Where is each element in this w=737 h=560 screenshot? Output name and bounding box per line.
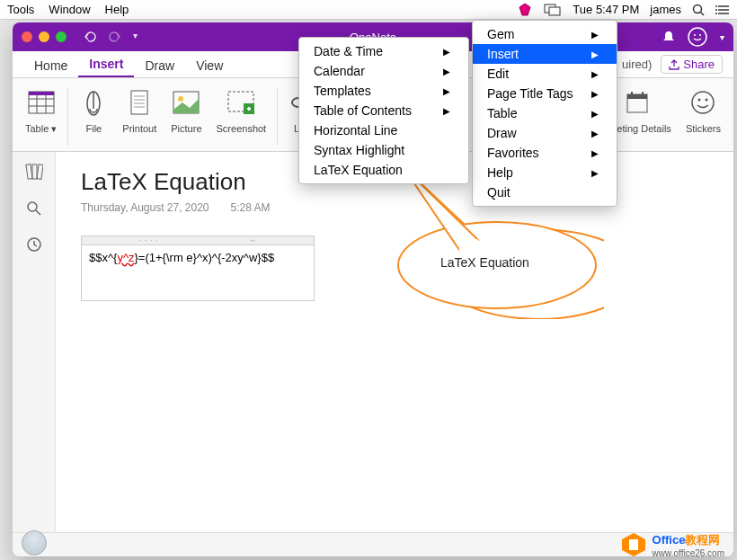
office-logo-icon xyxy=(620,531,647,556)
submenu-toc[interactable]: Table of Contents▶ xyxy=(299,101,468,120)
display-icon[interactable] xyxy=(544,4,562,16)
tab-draw[interactable]: Draw xyxy=(134,53,185,77)
svg-point-27 xyxy=(178,96,183,102)
svg-rect-48 xyxy=(629,539,638,550)
svg-rect-42 xyxy=(32,164,37,179)
svg-marker-0 xyxy=(519,4,530,15)
gem-menu-help[interactable]: Help▶ xyxy=(473,163,617,182)
ribbon-table[interactable]: Table ▾ xyxy=(18,82,64,151)
svg-point-10 xyxy=(715,13,717,14)
svg-point-12 xyxy=(694,34,696,36)
traffic-lights[interactable] xyxy=(22,31,67,42)
svg-rect-35 xyxy=(627,94,647,99)
sync-status: uired) xyxy=(622,58,652,71)
menubar-help[interactable]: Help xyxy=(105,3,129,16)
tab-home[interactable]: Home xyxy=(23,53,78,77)
svg-point-39 xyxy=(698,99,701,102)
gem-menu-page-title-tags[interactable]: Page Title Tags▶ xyxy=(473,84,617,103)
note-container[interactable]: · · · · ↔ $$x^{y^z}=(1+{\rm e}^x)^{-2xy^… xyxy=(81,236,315,301)
submenu-latex-equation[interactable]: LaTeX Equation xyxy=(299,160,468,180)
gem-menu-edit[interactable]: Edit▶ xyxy=(473,64,617,84)
menubar-clock[interactable]: Tue 5:47 PM xyxy=(573,3,639,16)
callout-text: LaTeX Equation xyxy=(440,255,529,270)
page-date: Thursday, August 27, 2020 xyxy=(81,201,209,214)
menubar-window[interactable]: Window xyxy=(49,3,90,16)
svg-rect-41 xyxy=(25,164,31,180)
account-icon[interactable] xyxy=(688,27,707,47)
redo-icon[interactable] xyxy=(108,31,122,43)
svg-line-45 xyxy=(36,210,40,215)
gem-menu-quit[interactable]: Quit xyxy=(473,182,617,202)
share-button[interactable]: Share xyxy=(661,55,723,74)
undo-icon[interactable] xyxy=(83,31,97,43)
svg-point-13 xyxy=(699,34,701,36)
recent-icon[interactable] xyxy=(26,236,42,253)
watermark: Office教程网 www.office26.com xyxy=(620,531,724,556)
gem-menu-table[interactable]: Table▶ xyxy=(473,103,617,123)
gem-menu: Gem▶ Insert▶ Edit▶ Page Title Tags▶ Tabl… xyxy=(472,20,617,207)
svg-line-4 xyxy=(701,12,705,15)
ribbon-screenshot[interactable]: Screenshot xyxy=(209,82,274,151)
ribbon-stickers[interactable]: Stickers xyxy=(679,82,728,151)
tab-view[interactable]: View xyxy=(185,53,234,77)
submenu-templates[interactable]: Templates▶ xyxy=(299,81,468,101)
user-avatar[interactable] xyxy=(22,530,47,556)
svg-point-3 xyxy=(694,4,702,13)
note-handle[interactable]: · · · · ↔ xyxy=(82,236,314,245)
svg-point-44 xyxy=(28,202,37,211)
bell-icon[interactable] xyxy=(662,31,675,43)
submenu-horizontal-line[interactable]: Horizontal Line xyxy=(299,120,468,140)
gem-menu-draw[interactable]: Draw▶ xyxy=(473,123,617,143)
list-icon[interactable] xyxy=(715,4,730,15)
gem-menu-insert[interactable]: Insert▶ xyxy=(473,44,617,64)
svg-point-11 xyxy=(688,28,706,46)
insert-submenu: Date & Time▶ Calendar▶ Templates▶ Table … xyxy=(298,37,469,184)
svg-point-8 xyxy=(715,5,717,7)
menubar-tools[interactable]: Tools xyxy=(7,3,34,16)
note-content[interactable]: $$x^{y^z}=(1+{\rm e}^x)^{-2xy^w}$$ xyxy=(82,245,314,300)
gem-menubar-icon[interactable] xyxy=(517,2,533,18)
svg-point-40 xyxy=(706,99,708,102)
svg-rect-21 xyxy=(131,91,147,114)
svg-rect-43 xyxy=(36,164,42,180)
submenu-calendar[interactable]: Calendar▶ xyxy=(299,61,468,81)
svg-point-38 xyxy=(692,92,714,113)
gem-menu-favorites[interactable]: Favorites▶ xyxy=(473,143,617,163)
mac-menubar: Tools Window Help Tue 5:47 PM james xyxy=(0,0,737,20)
callout-annotation: LaTeX Equation xyxy=(385,215,604,314)
gem-menu-gem[interactable]: Gem▶ xyxy=(473,24,617,44)
page-time: 5:28 AM xyxy=(231,201,271,214)
ribbon-picture[interactable]: Picture xyxy=(164,82,209,151)
submenu-syntax-highlight[interactable]: Syntax Highlight xyxy=(299,140,468,160)
menubar-user[interactable]: james xyxy=(650,3,681,16)
svg-rect-2 xyxy=(549,7,560,15)
sidebar xyxy=(13,152,56,532)
svg-point-9 xyxy=(715,9,717,11)
ribbon-file[interactable]: File xyxy=(72,82,115,151)
search-icon[interactable] xyxy=(692,4,705,16)
tab-insert[interactable]: Insert xyxy=(78,51,134,77)
footer: Office教程网 www.office26.com xyxy=(13,532,733,556)
ribbon-printout[interactable]: Printout xyxy=(115,82,164,151)
notebooks-icon[interactable] xyxy=(25,163,43,181)
submenu-date-time[interactable]: Date & Time▶ xyxy=(299,41,468,61)
svg-rect-19 xyxy=(29,92,54,95)
search-sidebar-icon[interactable] xyxy=(26,200,42,217)
customize-icon[interactable]: ▾ xyxy=(133,31,138,43)
